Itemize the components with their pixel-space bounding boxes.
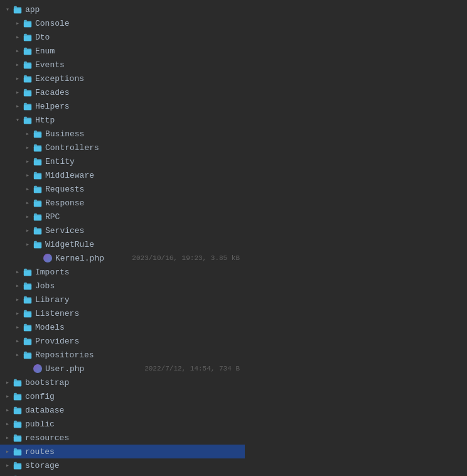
chevron-resources[interactable] xyxy=(3,433,13,443)
chevron-models[interactable] xyxy=(13,322,23,332)
tree-item-facades[interactable]: Facades xyxy=(0,85,245,99)
svg-rect-30 xyxy=(14,450,21,455)
svg-rect-14 xyxy=(34,202,41,207)
tree-item-business[interactable]: Business xyxy=(0,127,245,141)
tree-item-storage[interactable]: storage xyxy=(0,458,245,472)
svg-rect-31 xyxy=(14,464,21,469)
chevron-imports[interactable] xyxy=(13,267,23,277)
folder-icon-repositories xyxy=(23,350,33,360)
svg-rect-11 xyxy=(34,160,41,165)
tree-item-dto[interactable]: Dto xyxy=(0,30,245,44)
chevron-helpers[interactable] xyxy=(13,101,23,111)
chevron-facades[interactable] xyxy=(13,87,23,97)
svg-rect-15 xyxy=(34,215,41,220)
tree-item-public[interactable]: public xyxy=(0,417,245,431)
chevron-app[interactable] xyxy=(3,4,13,14)
item-label-exceptions: Exceptions xyxy=(35,74,240,84)
chevron-providers[interactable] xyxy=(13,336,23,346)
svg-rect-2 xyxy=(24,36,31,41)
chevron-entity[interactable] xyxy=(23,156,33,166)
svg-rect-29 xyxy=(14,436,21,441)
folder-icon-requests xyxy=(33,184,43,194)
item-label-providers: Providers xyxy=(35,337,240,346)
tree-item-kernel-php[interactable]: Kernel.php2023/10/16, 19:23, 3.85 kB xyxy=(0,251,245,265)
tree-item-controllers[interactable]: Controllers xyxy=(0,141,245,154)
tree-item-events[interactable]: Events xyxy=(0,58,245,72)
svg-rect-13 xyxy=(34,188,41,193)
tree-item-exceptions[interactable]: Exceptions xyxy=(0,72,245,85)
tree-item-database[interactable]: database xyxy=(0,403,245,417)
svg-rect-9 xyxy=(34,133,41,138)
tree-item-models[interactable]: Models xyxy=(0,320,245,334)
item-label-helpers: Helpers xyxy=(35,102,240,111)
folder-icon-app xyxy=(13,4,23,14)
svg-rect-23 xyxy=(24,340,31,345)
tree-item-helpers[interactable]: Helpers xyxy=(0,99,245,113)
folder-icon-config xyxy=(13,391,23,401)
chevron-response[interactable] xyxy=(23,198,33,208)
item-label-requests: Requests xyxy=(45,185,240,194)
tree-item-imports[interactable]: Imports xyxy=(0,265,245,279)
svg-rect-20 xyxy=(24,298,31,303)
chevron-services[interactable] xyxy=(23,225,33,235)
folder-icon-imports xyxy=(23,267,33,277)
tree-item-middleware[interactable]: Middleware xyxy=(0,168,245,182)
chevron-library[interactable] xyxy=(13,295,23,305)
tree-item-services[interactable]: Services xyxy=(0,224,245,237)
chevron-events[interactable] xyxy=(13,60,23,70)
file-tree[interactable]: app Console Dto Enum Events Exceptions F… xyxy=(0,0,245,476)
item-label-config: config xyxy=(25,392,240,401)
tree-item-http[interactable]: Http xyxy=(0,113,245,127)
tree-item-console[interactable]: Console xyxy=(0,16,245,30)
folder-icon-models xyxy=(23,322,33,332)
chevron-public[interactable] xyxy=(3,419,13,429)
tree-item-entity[interactable]: Entity xyxy=(0,154,245,168)
chevron-requests[interactable] xyxy=(23,184,33,194)
item-label-business: Business xyxy=(45,129,240,139)
svg-rect-6 xyxy=(24,91,31,96)
tree-item-widgetrule[interactable]: WidgetRule xyxy=(0,237,245,251)
folder-icon-response xyxy=(33,198,43,208)
tree-item-requests[interactable]: Requests xyxy=(0,182,245,196)
tree-item-rpc[interactable]: RPC xyxy=(0,210,245,224)
chevron-console[interactable] xyxy=(13,18,23,28)
tree-item-providers[interactable]: Providers xyxy=(0,334,245,348)
item-label-facades: Facades xyxy=(35,88,240,97)
folder-icon-jobs xyxy=(23,281,33,291)
tree-item-supervisor[interactable]: supervisor xyxy=(0,472,245,476)
chevron-repositories[interactable] xyxy=(13,350,23,360)
tree-item-response[interactable]: Response xyxy=(0,196,245,210)
tree-item-app[interactable]: app xyxy=(0,3,245,16)
tree-item-enum[interactable]: Enum xyxy=(0,44,245,58)
tree-item-resources[interactable]: resources xyxy=(0,431,245,445)
chevron-jobs[interactable] xyxy=(13,281,23,291)
chevron-middleware[interactable] xyxy=(23,170,33,180)
chevron-storage[interactable] xyxy=(3,460,13,470)
chevron-routes[interactable] xyxy=(3,446,13,457)
tree-item-jobs[interactable]: Jobs xyxy=(0,279,245,293)
item-label-listeners: Listeners xyxy=(35,309,240,318)
folder-icon-storage xyxy=(13,460,23,470)
chevron-rpc[interactable] xyxy=(23,212,33,222)
chevron-http[interactable] xyxy=(13,115,23,125)
chevron-bootstrap[interactable] xyxy=(3,377,13,387)
item-label-rpc: RPC xyxy=(45,212,240,222)
chevron-enum[interactable] xyxy=(13,46,23,56)
chevron-controllers[interactable] xyxy=(23,143,33,153)
item-label-kernel-php: Kernel.php xyxy=(55,254,127,263)
folder-icon-http xyxy=(23,115,33,125)
tree-item-bootstrap[interactable]: bootstrap xyxy=(0,376,245,389)
tree-item-repositories[interactable]: Repositories xyxy=(0,348,245,362)
tree-item-routes[interactable]: routes xyxy=(0,445,245,458)
chevron-database[interactable] xyxy=(3,405,13,415)
tree-item-listeners[interactable]: Listeners xyxy=(0,306,245,320)
chevron-dto[interactable] xyxy=(13,32,23,42)
tree-item-config[interactable]: config xyxy=(0,389,245,403)
chevron-exceptions[interactable] xyxy=(13,73,23,84)
chevron-widgetrule[interactable] xyxy=(23,239,33,249)
chevron-business[interactable] xyxy=(23,129,33,139)
tree-item-user-php[interactable]: User.php2022/7/12, 14:54, 734 B xyxy=(0,362,245,376)
tree-item-library[interactable]: Library xyxy=(0,293,245,306)
chevron-config[interactable] xyxy=(3,391,13,401)
chevron-listeners[interactable] xyxy=(13,308,23,318)
